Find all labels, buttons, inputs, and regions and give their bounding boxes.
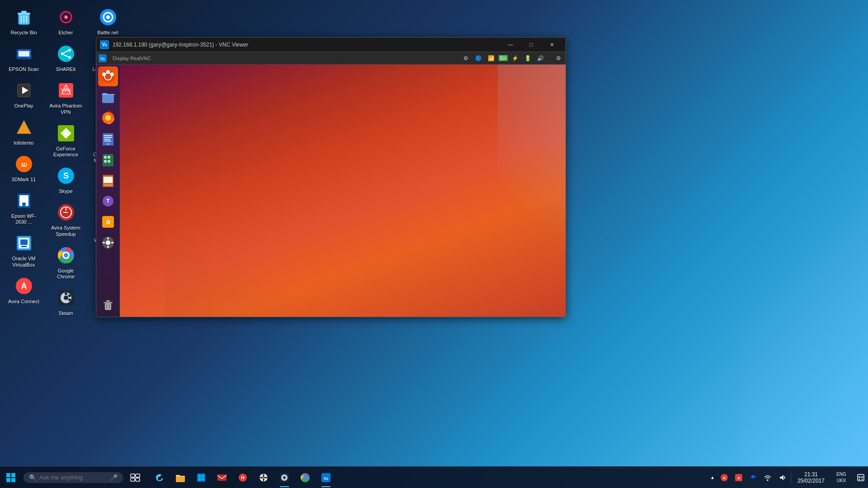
ubuntu-firefox-icon[interactable] (98, 108, 118, 128)
vnc-toolbar-lang-badge: En (499, 55, 508, 61)
store-icon (196, 473, 206, 483)
svg-text:V₂: V₂ (100, 56, 105, 61)
vnc-toolbar-text: Display RealVNC (113, 56, 151, 61)
ubuntu-writer-icon[interactable]: W (98, 129, 118, 149)
avira-speedup-label: Avira System Speedup (48, 225, 83, 237)
desktop-icon-epson-wf[interactable]: Epson WF-2630 ... (5, 188, 43, 227)
desktop-icon-tolistento[interactable]: tolistento (5, 115, 43, 148)
vnc-window-controls: — □ ✕ (500, 38, 562, 51)
tray-wifi-icon[interactable] (761, 467, 774, 488)
action-center-button[interactable] (854, 467, 868, 488)
svg-point-103 (106, 240, 110, 245)
ubuntu-trash-icon[interactable] (98, 295, 118, 315)
desktop-icon-battlenet[interactable]: Battle.net (89, 5, 127, 38)
tray-avira2-icon[interactable]: A (732, 467, 745, 488)
svg-rect-114 (11, 473, 15, 477)
system-clock[interactable]: 21:31 25/02/2017 (793, 467, 829, 488)
taskbar-vnc-button[interactable]: V₂ (316, 467, 336, 488)
taskbar-sports-button[interactable] (253, 467, 274, 488)
svg-rect-81 (102, 94, 114, 103)
desktop-icon-virtualbox[interactable]: Oracle VM VirtualBox (5, 230, 43, 269)
desktop-icon-shareit[interactable]: SHAREit (47, 41, 85, 74)
taskbar-task-view-button[interactable] (125, 467, 146, 488)
ubuntu-amazon-icon[interactable]: a (98, 212, 118, 232)
taskbar-steam-button[interactable] (274, 467, 295, 488)
tray-volume-icon[interactable] (775, 467, 789, 488)
svg-rect-92 (108, 156, 110, 159)
svg-rect-127 (217, 474, 226, 481)
svg-point-28 (65, 16, 67, 18)
avira-connect-icon: A (13, 275, 35, 297)
vnc-titlebar: V₂ 192.168.1.190 (gary@gary-Inspiron-352… (96, 38, 566, 52)
start-button[interactable] (0, 467, 22, 488)
ubuntu-launcher-icon[interactable] (98, 66, 118, 86)
desktop-icon-avira-vpn[interactable]: VPN Avira Phantom VPN (47, 78, 85, 117)
vnc-toolbar-gear-icon[interactable]: ⚙ (553, 53, 564, 63)
windows-logo-icon (6, 473, 16, 483)
svg-rect-85 (104, 135, 112, 136)
media-icon (238, 473, 248, 483)
svg-rect-97 (104, 184, 113, 186)
search-input[interactable] (39, 474, 107, 481)
taskbar-mail-button[interactable] (212, 467, 232, 488)
svg-rect-147 (861, 476, 863, 478)
vnc-minimize-button[interactable]: — (500, 38, 520, 51)
vnc-close-button[interactable]: ✕ (542, 38, 562, 51)
tray-divider (791, 471, 791, 484)
svg-rect-87 (104, 139, 110, 140)
taskbar-edge-button[interactable] (149, 467, 170, 488)
ubuntu-wallpaper-accent (498, 65, 566, 317)
etcher-label: Etcher (59, 30, 73, 36)
svg-rect-121 (176, 476, 185, 482)
show-hidden-icons-button[interactable]: ▲ (708, 467, 717, 488)
vnc-toolbar-settings-icon[interactable]: ⚙ (461, 53, 472, 63)
desktop-icon-steam[interactable]: Steam (47, 285, 85, 318)
desktop-icon-avira-speedup[interactable]: Avira System Speedup (47, 200, 85, 239)
desktop-icon-3dmark[interactable]: 3D 3DMark 11 (5, 151, 43, 184)
ubuntu-settings-icon[interactable] (98, 233, 118, 253)
ubuntu-typora-icon[interactable]: T (98, 191, 118, 211)
svg-point-50 (65, 292, 67, 295)
desktop-icon-google-chrome[interactable]: Google Chrome (47, 243, 85, 282)
desktop-icon-geforce[interactable]: GeForce Experience (47, 121, 85, 160)
svg-rect-88 (104, 141, 111, 141)
ubuntu-desktop-area (120, 65, 566, 317)
desktop-icon-avira-connect[interactable]: A Avira Connect (5, 273, 43, 306)
vnc-maximize-button[interactable]: □ (521, 38, 541, 51)
taskbar-file-explorer-button[interactable] (170, 467, 191, 488)
taskbar-search-box[interactable]: 🔍 🎤 (24, 472, 123, 483)
desktop-icon-oneplay[interactable]: OnePlay (5, 78, 43, 111)
taskbar-chrome-button[interactable] (295, 467, 316, 488)
svg-text:V₂: V₂ (324, 476, 328, 481)
epson-wf-icon (13, 190, 35, 211)
desktop-icon-etcher[interactable]: Etcher (47, 5, 85, 38)
taskbar-media-button[interactable] (232, 467, 253, 488)
dropbox-tray-icon (749, 474, 757, 482)
taskbar: 🔍 🎤 (0, 466, 868, 488)
svg-rect-108 (105, 303, 111, 310)
svg-point-55 (106, 15, 110, 19)
clock-date: 25/02/2017 (797, 478, 825, 484)
microphone-icon[interactable]: 🎤 (110, 474, 118, 481)
oneplay-icon (13, 80, 35, 101)
svg-text:S: S (63, 171, 68, 180)
shareit-label: SHAREit (56, 66, 75, 72)
ubuntu-calc-icon[interactable] (98, 150, 118, 169)
tray-dropbox-icon[interactable] (746, 467, 760, 488)
avira-speedup-icon (55, 202, 77, 223)
tray-avira-icon[interactable]: A (717, 467, 731, 488)
ubuntu-files-icon[interactable] (98, 87, 118, 107)
steam-icon (55, 287, 77, 309)
mail-icon (217, 473, 227, 483)
desktop-icon-skype[interactable]: S Skype (47, 163, 85, 196)
svg-rect-21 (20, 239, 28, 245)
virtualbox-label: Oracle VM VirtualBox (6, 256, 41, 267)
desktop-icon-recycle-bin[interactable]: Recycle Bin (5, 5, 43, 38)
vnc-toolbar-bluetooth-icon: 🔵 (473, 53, 484, 63)
taskbar-store-button[interactable] (191, 467, 212, 488)
ubuntu-impress-icon[interactable] (98, 170, 118, 190)
tray-language-region[interactable]: ENG UKX (830, 467, 853, 488)
svg-rect-125 (198, 478, 201, 480)
avira-connect-label: Avira Connect (8, 299, 39, 305)
desktop-icon-epson-scan[interactable]: EPSON Scan (5, 41, 43, 74)
